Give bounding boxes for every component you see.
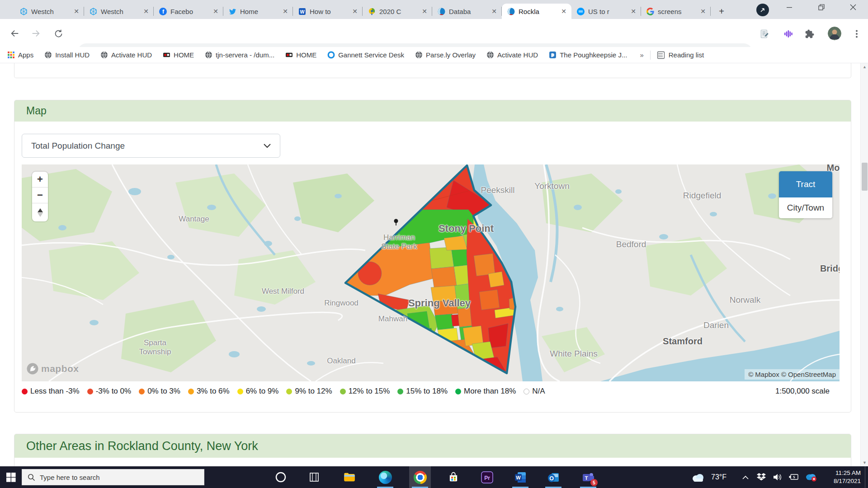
bookmark-home-1[interactable]: HOME	[163, 51, 194, 59]
close-icon[interactable]: ✕	[560, 7, 568, 15]
facebook-icon: f	[159, 8, 167, 15]
tab-facebook[interactable]: f Facebo ✕	[154, 4, 223, 19]
close-icon[interactable]: ✕	[699, 7, 707, 15]
show-desktop-button[interactable]	[865, 466, 868, 488]
notes-extension-icon[interactable]	[758, 27, 771, 41]
globe-icon	[100, 51, 108, 59]
taskbar-search-box[interactable]: Type here to search	[22, 469, 204, 485]
park-tree-icon	[393, 219, 399, 228]
legend-dot-icon	[188, 389, 194, 394]
temperature-readout[interactable]: 73°F	[706, 466, 731, 488]
forward-icon[interactable]	[28, 26, 43, 41]
legend-dot-icon	[139, 389, 145, 394]
file-explorer-icon[interactable]	[339, 466, 360, 488]
restore-button[interactable]	[811, 0, 832, 14]
reading-list-button[interactable]: Reading list	[657, 51, 704, 59]
microsoft-store-icon[interactable]	[443, 466, 464, 488]
outlook-icon[interactable]: O	[542, 466, 564, 488]
browser-extension-circle-icon[interactable]	[756, 4, 769, 16]
bookmark-poughkeepsie-journal[interactable]: The Poughkeepsie J...	[549, 51, 627, 59]
legend-item: More than 18%	[455, 387, 516, 396]
city-town-button[interactable]: City/Town	[779, 197, 832, 218]
tract-button[interactable]: Tract	[779, 171, 832, 197]
tab-word-doc[interactable]: W How to ✕	[293, 4, 363, 19]
teams-icon[interactable]: T 5	[577, 466, 599, 488]
profile-avatar[interactable]	[828, 27, 841, 40]
back-icon[interactable]	[7, 26, 23, 41]
google-icon	[646, 8, 654, 15]
scrollbar-thumb[interactable]	[862, 163, 868, 191]
svg-text:W: W	[516, 474, 521, 480]
close-icon[interactable]: ✕	[629, 7, 637, 15]
dropbox-tray-icon[interactable]	[754, 466, 769, 488]
battery-plug-icon[interactable]	[787, 466, 801, 488]
legend-item: 12% to 15%	[340, 387, 390, 396]
close-icon[interactable]: ✕	[420, 7, 429, 15]
legend-dot-icon	[237, 389, 243, 394]
legend-dot-icon	[455, 389, 461, 394]
tab-database[interactable]: Databa ✕	[432, 4, 502, 19]
weather-cloud-icon[interactable]	[689, 466, 707, 488]
minimize-button[interactable]	[779, 0, 800, 14]
close-window-button[interactable]	[843, 0, 863, 14]
tab-westchester-1[interactable]: Westch ✕	[14, 4, 84, 19]
tab-westchester-2[interactable]: Westch ✕	[84, 4, 154, 19]
tab-rockland-active[interactable]: Rockla ✕	[502, 4, 571, 19]
edge-icon[interactable]	[374, 466, 396, 488]
close-icon[interactable]: ✕	[142, 7, 150, 15]
map-canvas[interactable]: WantageWest MilfordRingwoodSparta Townsh…	[22, 164, 840, 381]
close-icon[interactable]: ✕	[490, 7, 498, 15]
volume-icon[interactable]	[770, 466, 785, 488]
globe-icon	[486, 51, 494, 59]
legend-item: 0% to 3%	[139, 387, 180, 396]
tab-google-screens[interactable]: screens ✕	[641, 4, 711, 19]
map-legend: Less than -3%-3% to 0%0% to 3%3% to 6%6%…	[22, 387, 840, 396]
bookmark-home-2[interactable]: HOME	[285, 51, 316, 59]
map-zoom-control: + −	[32, 172, 48, 221]
bookmark-gannett-service-desk[interactable]: Gannett Service Desk	[327, 51, 404, 59]
task-view-icon[interactable]	[303, 466, 325, 488]
close-icon[interactable]: ✕	[281, 7, 289, 15]
cortana-icon[interactable]	[270, 466, 292, 488]
close-icon[interactable]: ✕	[351, 7, 359, 15]
zoom-in-button[interactable]: +	[32, 172, 48, 188]
close-icon[interactable]: ✕	[212, 7, 220, 15]
tab-twitter-home[interactable]: Home ✕	[223, 4, 293, 19]
zoom-out-button[interactable]: −	[32, 188, 48, 203]
poughkeepsie-icon	[549, 51, 557, 59]
new-tab-button[interactable]: +	[716, 5, 727, 17]
bookmark-tjn-servera[interactable]: tjn-servera - /dum...	[205, 51, 274, 59]
map-attribution[interactable]: © Mapbox © OpenStreetMap	[745, 369, 840, 380]
scroll-down-icon[interactable]: ▼	[861, 459, 868, 466]
taskbar-clock[interactable]: 11:25 AM 8/17/2021	[824, 466, 863, 488]
bookmark-parsely-overlay[interactable]: Parse.ly Overlay	[415, 51, 476, 59]
tab-2020-census[interactable]: 2020 C ✕	[363, 4, 432, 19]
bookmarks-overflow-chevron[interactable]: »	[640, 51, 643, 59]
dropdown-value: Total Population Change	[31, 141, 125, 151]
bookmark-activate-hud-2[interactable]: Activate HUD	[486, 51, 538, 59]
start-button[interactable]	[0, 466, 22, 488]
close-icon[interactable]: ✕	[72, 7, 80, 15]
mapbox-logo[interactable]: mapbox	[26, 362, 79, 375]
map-metric-dropdown[interactable]: Total Population Change	[22, 134, 280, 158]
bookmark-activate-hud[interactable]: Activate HUD	[100, 51, 152, 59]
gannett-ring-icon	[327, 51, 335, 59]
reload-icon[interactable]	[51, 26, 66, 41]
tray-chevron-up-icon[interactable]	[739, 466, 752, 488]
word-app-icon[interactable]: W	[509, 466, 531, 488]
onedrive-error-icon[interactable]	[803, 466, 819, 488]
browser-menu-kebab-icon[interactable]	[850, 27, 863, 41]
svg-text:W: W	[300, 9, 304, 14]
legend-item: 9% to 12%	[286, 387, 332, 396]
parsely-extension-icon[interactable]	[781, 27, 795, 41]
bookmark-apps[interactable]: Apps	[7, 51, 33, 59]
page-scrollbar[interactable]: ▲ ▼	[860, 63, 868, 466]
tab-usa-today[interactable]: US to r ✕	[571, 4, 641, 19]
scroll-up-icon[interactable]: ▲	[861, 63, 868, 70]
extensions-puzzle-icon[interactable]	[802, 27, 816, 41]
chrome-icon[interactable]	[409, 466, 431, 488]
compass-button[interactable]	[32, 203, 48, 221]
bookmark-install-hud[interactable]: Install HUD	[44, 51, 90, 59]
premiere-icon[interactable]: Pr	[476, 466, 498, 488]
svg-text:T: T	[585, 475, 588, 480]
